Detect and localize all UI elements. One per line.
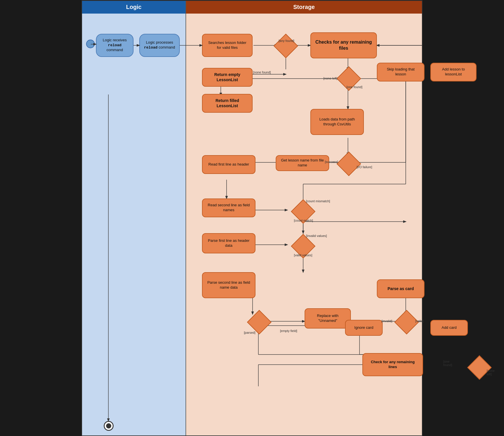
logic-title: Logic <box>126 4 141 10</box>
none-left-lines-label: [none left] <box>487 369 495 376</box>
one-found-lines-label: [one found] <box>443 360 452 367</box>
ignore-card-node: Ignore card <box>345 320 383 336</box>
checks-remaining-files-label: Checks for any remaining files <box>314 39 373 51</box>
read-second-line-node: Read second line as field names <box>202 198 255 217</box>
return-filled-label: Return filled LessonList <box>206 98 249 108</box>
checks-remaining-files-node: Checks for any remaining files <box>310 32 377 58</box>
any-found-arrow-label: [any found] <box>279 39 294 42</box>
none-found-arrow-label: [none found] <box>253 70 271 74</box>
add-lesson-label: Add lesson to lessonList <box>434 67 472 77</box>
storage-title: Storage <box>293 4 315 10</box>
check-remaining-lines-label: Check for any remaining lines <box>366 360 419 370</box>
logic-receives-label: Logic receives reload command <box>101 38 129 53</box>
storage-lane: Searches lesson folder for valid files C… <box>186 14 422 435</box>
logic-processes-label: Logic processes reload command <box>144 40 175 50</box>
parse-second-line-label: Parse second line as field name data <box>206 280 251 290</box>
main-area: Logic receives reload command Logic proc… <box>82 14 422 435</box>
count-mismatch-label: [count mismatch] <box>306 199 330 203</box>
count-match-label: [count match] <box>294 219 313 222</box>
parse-second-line-node: Parse second line as field name data <box>202 272 255 298</box>
logic-receives-node: Logic receives reload command <box>96 34 134 57</box>
header-row: Logic Storage <box>82 1 422 14</box>
parse-first-line-label: Parse first line as header data <box>206 238 251 248</box>
replace-unnamed-node: Replace with "Unnamed" <box>305 308 351 329</box>
diagram-wrapper: Logic Storage Logic receives reload comm… <box>81 0 423 436</box>
start-circle <box>86 40 95 48</box>
read-first-line-label: Read first line as header <box>208 162 249 167</box>
replace-unnamed-label: Replace with "Unnamed" <box>309 313 347 323</box>
one-found-arrow-label: [one found] <box>346 85 362 89</box>
valid-card-label: [valid] <box>415 319 424 323</box>
end-inner <box>106 423 111 428</box>
any-found-diamond <box>274 34 298 58</box>
end-circle <box>104 421 114 431</box>
success-diamond <box>337 151 361 176</box>
read-first-line-node: Read first line as header <box>202 155 255 174</box>
io-failure-arrow-label: [I/O failure] <box>357 165 372 169</box>
get-lesson-name-label: Get lesson name from file name <box>280 158 325 168</box>
loads-data-label: Loads data from path through CsvUtils <box>314 117 360 127</box>
parse-as-card-node: Parse as card <box>377 279 425 298</box>
none-left-arrow-label: [none left] <box>323 77 337 80</box>
add-card-node: Add card <box>430 320 468 336</box>
empty-field-label: [empty field] <box>280 329 297 333</box>
remaining-lines-diamond <box>467 355 492 380</box>
searches-lesson-label: Searches lesson folder for valid files <box>206 40 249 50</box>
skip-loading-node: Skip loading that lesson <box>377 63 425 81</box>
read-second-line-label: Read second line as field names <box>206 203 251 213</box>
parse-as-card-label: Parse as card <box>388 286 414 291</box>
skip-loading-label: Skip loading that lesson <box>381 67 420 77</box>
invalid-card-label: [invalid] <box>381 319 392 323</box>
header-logic: Logic <box>82 1 186 14</box>
header-storage: Storage <box>186 1 422 14</box>
check-remaining-lines-node: Check for any remaining lines <box>362 353 423 376</box>
return-filled-node: Return filled LessonList <box>202 94 253 113</box>
logic-processes-node: Logic processes reload command <box>139 34 180 57</box>
invalid-values-label: [invalid values] <box>306 234 327 238</box>
loads-data-node: Loads data from path through CsvUtils <box>310 109 364 135</box>
add-card-label: Add card <box>442 325 457 330</box>
ignore-card-label: Ignore card <box>354 325 373 330</box>
valid-values-label: [valid values] <box>294 253 312 257</box>
logic-lane: Logic receives reload command Logic proc… <box>82 14 186 435</box>
searches-lesson-node: Searches lesson folder for valid files <box>202 34 253 57</box>
success-arrow-label: [success] <box>325 160 338 164</box>
get-lesson-name-node: Get lesson name from file name <box>276 155 329 171</box>
return-empty-node: Return empty LessonList <box>202 68 253 87</box>
return-empty-label: Return empty LessonList <box>206 72 249 82</box>
parse-first-line-node: Parse first line as header data <box>202 233 255 253</box>
parsed-label: [parsed] <box>244 331 255 334</box>
add-lesson-node: Add lesson to lessonList <box>430 63 477 81</box>
